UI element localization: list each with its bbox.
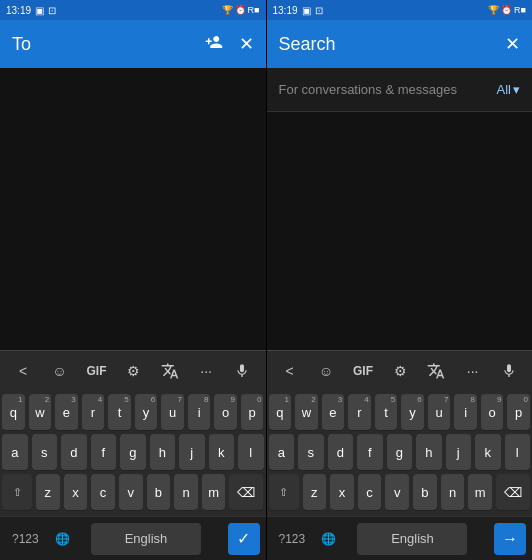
key-rm[interactable]: m [468, 474, 492, 510]
mic-btn[interactable] [225, 353, 259, 389]
back-btn[interactable]: < [6, 353, 40, 389]
translate-btn-right[interactable] [419, 353, 453, 389]
enter-btn-right[interactable]: → [494, 523, 526, 555]
more-btn[interactable]: ··· [189, 353, 223, 389]
back-btn-right[interactable]: < [273, 353, 307, 389]
keyboard-left[interactable]: < ☺ GIF ⚙ ··· 1q 2w 3e 4r 5t 6y 7u 8 [0, 350, 266, 560]
gif-btn[interactable]: GIF [79, 353, 115, 389]
shift-key-right[interactable]: ⇧ [269, 474, 299, 510]
key-rr[interactable]: 4r [348, 394, 371, 430]
key-rk[interactable]: k [475, 434, 501, 470]
key-t[interactable]: 5t [108, 394, 131, 430]
key-s[interactable]: s [32, 434, 58, 470]
time-left: 13:19 [6, 5, 31, 16]
backspace-key[interactable]: ⌫ [229, 474, 263, 510]
key-y[interactable]: 6y [135, 394, 158, 430]
key-b[interactable]: b [147, 474, 171, 510]
key-m[interactable]: m [202, 474, 226, 510]
settings-btn-right[interactable]: ⚙ [383, 353, 417, 389]
add-contact-icon[interactable] [205, 33, 223, 56]
language-label-left[interactable]: English [91, 523, 201, 555]
key-n[interactable]: n [174, 474, 198, 510]
search-bar[interactable]: For conversations & messages All ▾ [267, 68, 533, 112]
key-o[interactable]: 9o [214, 394, 237, 430]
language-label-right[interactable]: English [357, 523, 467, 555]
key-ra[interactable]: a [269, 434, 295, 470]
close-icon-right[interactable]: ✕ [505, 33, 520, 55]
key-rh[interactable]: h [416, 434, 442, 470]
key-i[interactable]: 8i [188, 394, 211, 430]
key-rj[interactable]: j [446, 434, 472, 470]
key-a[interactable]: a [2, 434, 28, 470]
key-rd[interactable]: d [328, 434, 354, 470]
key-ri[interactable]: 8i [454, 394, 477, 430]
key-rq[interactable]: 1q [269, 394, 292, 430]
compose-content [0, 68, 266, 350]
mic-btn-right[interactable] [492, 353, 526, 389]
box-icon-right: ⊡ [315, 5, 323, 16]
done-btn-left[interactable]: ✓ [228, 523, 260, 555]
search-input[interactable]: For conversations & messages [279, 82, 497, 97]
key-j[interactable]: j [179, 434, 205, 470]
keyboard-toolbar-left: < ☺ GIF ⚙ ··· [0, 350, 266, 390]
close-icon-left[interactable]: ✕ [239, 33, 254, 55]
key-x[interactable]: x [64, 474, 88, 510]
key-r[interactable]: 4r [82, 394, 105, 430]
key-rg[interactable]: g [387, 434, 413, 470]
search-content [267, 112, 533, 350]
key-row-r1: 1q 2w 3e 4r 5t 6y 7u 8i 9o 0p [269, 394, 531, 430]
key-v[interactable]: v [119, 474, 143, 510]
search-filter[interactable]: All ▾ [497, 82, 520, 97]
key-ru[interactable]: 7u [428, 394, 451, 430]
emoji-btn-right[interactable]: ☺ [309, 353, 343, 389]
key-row-2: a s d f g h j k l [2, 434, 264, 470]
key-rw[interactable]: 2w [295, 394, 318, 430]
key-rv[interactable]: v [385, 474, 409, 510]
chevron-down-icon: ▾ [513, 82, 520, 97]
backspace-key-right[interactable]: ⌫ [496, 474, 530, 510]
key-z[interactable]: z [36, 474, 60, 510]
key-c[interactable]: c [91, 474, 115, 510]
key-rz[interactable]: z [303, 474, 327, 510]
key-row-r2: a s d f g h j k l [269, 434, 531, 470]
box-icon: ⊡ [48, 5, 56, 16]
key-rf[interactable]: f [357, 434, 383, 470]
key-row-r3: ⇧ z x c v b n m ⌫ [269, 474, 531, 510]
key-p[interactable]: 0p [241, 394, 264, 430]
key-ry[interactable]: 6y [401, 394, 424, 430]
key-rl[interactable]: l [505, 434, 531, 470]
key-k[interactable]: k [209, 434, 235, 470]
key-rx[interactable]: x [330, 474, 354, 510]
key-e[interactable]: 3e [55, 394, 78, 430]
key-rt[interactable]: 5t [375, 394, 398, 430]
gift-icon-right: 🏆 [488, 5, 499, 15]
num-btn-right[interactable]: ?123 [273, 528, 312, 550]
key-f[interactable]: f [91, 434, 117, 470]
status-bar-left: 13:19 ▣ ⊡ 🏆 ⏰ R■ [0, 0, 266, 20]
more-btn-right[interactable]: ··· [456, 353, 490, 389]
translate-btn[interactable] [153, 353, 187, 389]
key-rs[interactable]: s [298, 434, 324, 470]
keyboard-right[interactable]: < ☺ GIF ⚙ ··· 1q 2w 3e 4r 5t 6y 7u 8i [267, 350, 533, 560]
settings-btn[interactable]: ⚙ [117, 353, 151, 389]
key-rb[interactable]: b [413, 474, 437, 510]
key-ro[interactable]: 9o [481, 394, 504, 430]
shift-key[interactable]: ⇧ [2, 474, 32, 510]
key-g[interactable]: g [120, 434, 146, 470]
key-d[interactable]: d [61, 434, 87, 470]
globe-icon-left[interactable]: 🌐 [49, 528, 76, 550]
key-l[interactable]: l [238, 434, 264, 470]
key-h[interactable]: h [150, 434, 176, 470]
gif-btn-right[interactable]: GIF [345, 353, 381, 389]
key-rn[interactable]: n [441, 474, 465, 510]
globe-icon-right[interactable]: 🌐 [315, 528, 342, 550]
emoji-btn[interactable]: ☺ [42, 353, 76, 389]
key-rc[interactable]: c [358, 474, 382, 510]
key-u[interactable]: 7u [161, 394, 184, 430]
key-q[interactable]: 1q [2, 394, 25, 430]
key-rp[interactable]: 0p [507, 394, 530, 430]
filter-label: All [497, 82, 511, 97]
num-btn-left[interactable]: ?123 [6, 528, 45, 550]
key-w[interactable]: 2w [29, 394, 52, 430]
key-re[interactable]: 3e [322, 394, 345, 430]
